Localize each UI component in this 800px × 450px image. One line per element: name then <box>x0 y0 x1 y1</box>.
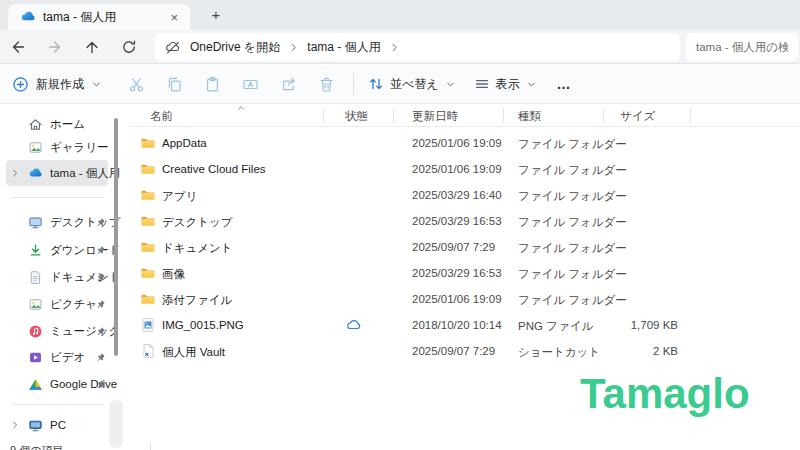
pictures-icon <box>28 297 43 312</box>
chevron-down-icon <box>445 79 456 90</box>
table-row[interactable]: アプリ 2025/03/29 16:40 ファイル フォルダー <box>130 182 800 208</box>
sidebar-item-downloads[interactable]: ダウンロード <box>6 237 108 263</box>
column-divider[interactable] <box>323 108 324 123</box>
sidebar-divider <box>12 197 104 198</box>
column-divider[interactable] <box>603 108 604 123</box>
file-name: ドキュメント <box>162 241 233 256</box>
table-row[interactable]: ドキュメント 2025/09/07 7:29 ファイル フォルダー <box>130 234 800 260</box>
sidebar-item-onedrive[interactable]: tama - 個人用 <box>6 160 108 186</box>
close-icon[interactable]: × <box>166 9 182 26</box>
column-header-name[interactable]: 名前 <box>150 109 173 124</box>
image-file-icon <box>140 317 156 333</box>
sidebar-item-label: tama - 個人用 <box>50 166 120 181</box>
column-headers: 名前 状態 更新日時 種類 サイズ <box>130 104 800 127</box>
view-lines-icon <box>474 76 490 92</box>
table-row[interactable]: 個人用 Vault 2025/09/07 7:29 ショートカット 2 KB <box>130 338 800 364</box>
sort-ascending-icon <box>236 103 246 113</box>
tamaglo-watermark: Tamaglo <box>580 370 750 418</box>
file-modified: 2025/03/29 16:53 <box>412 267 502 279</box>
new-button[interactable]: 新規作成 <box>12 76 102 93</box>
sidebar-scrollbar-thumb[interactable] <box>114 118 118 356</box>
column-header-type[interactable]: 種類 <box>518 109 541 124</box>
file-modified: 2025/01/06 19:09 <box>412 137 502 149</box>
folder-icon <box>140 213 156 229</box>
sidebar-item-label: デスクトップ <box>50 215 121 230</box>
back-icon[interactable] <box>10 39 26 55</box>
file-name: アプリ <box>162 189 197 204</box>
breadcrumb-item-onedrive[interactable]: OneDrive を開始 <box>182 39 288 56</box>
home-icon <box>28 117 43 132</box>
column-header-status[interactable]: 状態 <box>345 109 368 124</box>
sidebar-item-label: ドキュメント <box>50 270 121 285</box>
toolbar-divider <box>353 73 354 95</box>
sidebar: ホーム ギャラリー tama - 個人用 デスクトップ ダウンロード ドキュメン… <box>0 104 130 450</box>
sidebar-item-label: Google Drive <box>50 378 117 390</box>
column-divider[interactable] <box>503 108 504 123</box>
table-row[interactable]: IMG_0015.PNG 2018/10/20 10:14 PNG ファイル 1… <box>130 312 800 338</box>
column-header-size[interactable]: サイズ <box>620 109 655 124</box>
file-type: ファイル フォルダー <box>518 293 627 308</box>
music-icon <box>28 324 43 339</box>
column-divider[interactable] <box>393 108 394 123</box>
view-button[interactable]: 表示 <box>474 76 537 93</box>
gdrive-icon <box>28 377 43 392</box>
refresh-icon[interactable] <box>121 39 137 55</box>
paste-icon[interactable] <box>204 76 221 93</box>
folder-icon <box>140 265 156 281</box>
view-button-label: 表示 <box>496 76 520 93</box>
sort-arrows-icon <box>368 76 384 92</box>
file-type: PNG ファイル <box>518 319 593 334</box>
file-modified: 2025/01/06 19:09 <box>412 293 502 305</box>
cut-icon[interactable] <box>128 76 145 93</box>
new-tab-button[interactable]: + <box>204 3 228 27</box>
column-header-modified[interactable]: 更新日時 <box>412 109 458 124</box>
file-modified: 2025/03/29 16:53 <box>412 215 502 227</box>
onedrive-icon <box>28 166 43 181</box>
sidebar-item-pc[interactable]: PC <box>6 412 108 438</box>
sidebar-item-google-drive[interactable]: Google Drive <box>6 371 108 397</box>
more-options-icon[interactable]: … <box>557 76 573 92</box>
rename-icon[interactable] <box>242 76 259 93</box>
search-input[interactable] <box>686 33 798 61</box>
column-divider[interactable] <box>690 108 691 123</box>
sidebar-divider <box>12 404 104 405</box>
table-row[interactable]: AppData 2025/01/06 19:09 ファイル フォルダー <box>130 130 800 156</box>
file-name: IMG_0015.PNG <box>162 319 244 331</box>
sidebar-item-label: ダウンロード <box>50 243 120 258</box>
chevron-right-icon[interactable] <box>389 42 400 53</box>
sidebar-scrollbar-track[interactable] <box>109 400 123 448</box>
file-type: ファイル フォルダー <box>518 215 627 230</box>
up-icon[interactable] <box>84 39 100 55</box>
chevron-down-icon <box>91 79 102 90</box>
sidebar-item-label: ギャラリー <box>50 140 109 155</box>
chevron-right-icon[interactable] <box>10 168 20 178</box>
table-row[interactable]: デスクトップ 2025/03/29 16:53 ファイル フォルダー <box>130 208 800 234</box>
sort-button[interactable]: 並べ替え <box>368 76 456 93</box>
sidebar-item-gallery[interactable]: ギャラリー <box>6 134 108 160</box>
file-modified: 2025/09/07 7:29 <box>412 345 495 357</box>
copy-icon[interactable] <box>166 76 183 93</box>
tab-active[interactable]: tama - 個人用 × <box>8 4 190 30</box>
address-bar[interactable]: OneDrive を開始 tama - 個人用 <box>155 33 680 61</box>
table-row[interactable]: 添付ファイル 2025/01/06 19:09 ファイル フォルダー <box>130 286 800 312</box>
file-type: ファイル フォルダー <box>518 267 627 282</box>
sidebar-item-documents[interactable]: ドキュメント <box>6 264 108 290</box>
sidebar-item-music[interactable]: ミュージック <box>6 318 108 344</box>
sidebar-item-desktop[interactable]: デスクトップ <box>6 209 108 235</box>
sidebar-item-label: ホーム <box>50 117 85 132</box>
share-icon[interactable] <box>280 76 297 93</box>
delete-icon[interactable] <box>318 76 335 93</box>
pin-icon <box>95 352 106 363</box>
sidebar-item-videos[interactable]: ビデオ <box>6 344 108 370</box>
pin-icon <box>95 272 106 283</box>
pin-icon <box>95 326 106 337</box>
file-name: 添付ファイル <box>162 293 232 308</box>
chevron-right-icon[interactable] <box>10 420 20 430</box>
chevron-right-icon[interactable] <box>288 42 299 53</box>
forward-icon[interactable] <box>47 39 63 55</box>
table-row[interactable]: 画像 2025/03/29 16:53 ファイル フォルダー <box>130 260 800 286</box>
table-row[interactable]: Creative Cloud Files 2025/01/06 19:09 ファ… <box>130 156 800 182</box>
breadcrumb-item-folder[interactable]: tama - 個人用 <box>299 39 388 56</box>
sidebar-item-pictures[interactable]: ピクチャ <box>6 291 108 317</box>
file-type: ファイル フォルダー <box>518 189 627 204</box>
